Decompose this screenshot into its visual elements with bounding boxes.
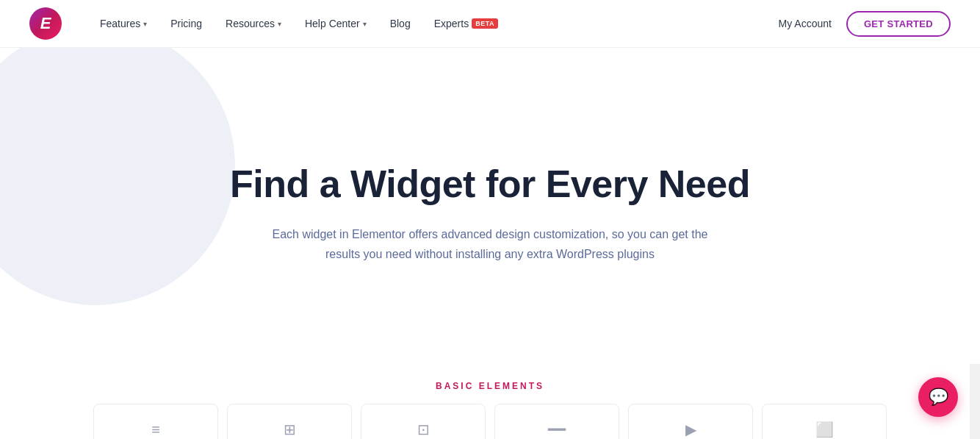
widget-cards-row: ≡ ⊞ ⊡ ━━ ▶ ⬜ [0, 404, 980, 439]
nav-item-pricing[interactable]: Pricing [162, 12, 211, 35]
hero-subtitle: Each widget in Elementor offers advanced… [262, 224, 718, 264]
widget-card[interactable]: ━━ [494, 404, 619, 439]
hero-title: Find a Widget for Every Need [230, 163, 750, 207]
section-label-wrap: BASIC ELEMENTS [0, 364, 980, 404]
section-label: BASIC ELEMENTS [436, 381, 544, 391]
logo-letter: E [40, 14, 51, 33]
nav-item-help-center-label: Help Center [305, 18, 360, 29]
logo[interactable]: E [29, 7, 62, 40]
nav-item-experts-label: Experts [434, 18, 469, 29]
nav-item-resources-label: Resources [226, 18, 275, 29]
chevron-down-icon: ▾ [143, 20, 147, 28]
nav-links: Features ▾ Pricing Resources ▾ Help Cent… [91, 12, 779, 35]
beta-badge: BETA [472, 18, 498, 29]
chevron-down-icon: ▾ [278, 20, 281, 28]
widget-icon-4: ━━ [548, 421, 566, 438]
widget-card[interactable]: ≡ [93, 404, 218, 439]
nav-item-resources[interactable]: Resources ▾ [217, 12, 290, 35]
widget-icon-2: ⊞ [284, 421, 296, 438]
widget-icon-3: ⊡ [417, 421, 430, 438]
nav-item-blog-label: Blog [390, 18, 411, 29]
nav-item-experts[interactable]: Experts BETA [425, 12, 507, 35]
chat-icon: 💬 [929, 388, 948, 407]
nav-item-features[interactable]: Features ▾ [91, 12, 156, 35]
nav-item-help-center[interactable]: Help Center ▾ [296, 12, 375, 35]
my-account-link[interactable]: My Account [779, 18, 832, 29]
nav-item-features-label: Features [100, 18, 140, 29]
hero-content: Find a Widget for Every Need Each widget… [230, 163, 750, 264]
hero-section: Find a Widget for Every Need Each widget… [0, 48, 980, 364]
widget-icon-1: ≡ [151, 421, 160, 438]
hero-bg-circle [0, 48, 235, 305]
widget-card[interactable]: ▶ [628, 404, 753, 439]
nav-right: My Account GET STARTED [779, 11, 951, 37]
widget-icon-6: ⬜ [815, 421, 834, 438]
widget-card[interactable]: ⬜ [762, 404, 887, 439]
navbar: E Features ▾ Pricing Resources ▾ Help Ce… [0, 0, 980, 48]
get-started-button[interactable]: GET STARTED [846, 11, 951, 37]
nav-item-blog[interactable]: Blog [381, 12, 419, 35]
chat-bubble-button[interactable]: 💬 [918, 377, 958, 417]
widget-card[interactable]: ⊞ [227, 404, 352, 439]
nav-item-pricing-label: Pricing [170, 18, 202, 29]
widget-icon-5: ▶ [685, 421, 696, 438]
chevron-down-icon: ▾ [363, 20, 367, 28]
widget-card[interactable]: ⊡ [361, 404, 486, 439]
